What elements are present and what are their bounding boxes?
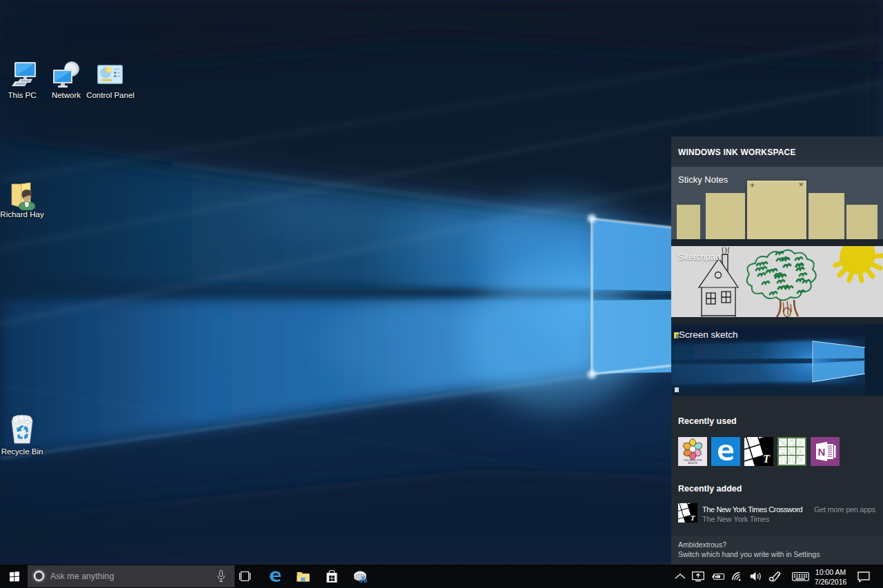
svg-text:T: T [691,514,696,522]
svg-text:8: 8 [791,439,793,442]
svg-text:N: N [818,446,826,458]
svg-text:8: 8 [785,462,786,464]
svg-text:3: 3 [782,442,784,445]
svg-text:5: 5 [797,447,798,450]
svg-text:5: 5 [785,445,786,447]
svg-text:4: 4 [797,456,798,458]
svg-text:2: 2 [780,447,781,450]
svg-text:7: 7 [788,450,789,453]
svg-text:9: 9 [782,453,784,456]
svg-text:7: 7 [800,459,801,462]
svg-text:1: 1 [800,442,801,445]
svg-text:9: 9 [780,456,781,458]
svg-text:6: 6 [780,439,781,442]
svg-text:6: 6 [791,453,793,456]
svg-text:2: 2 [794,445,795,447]
svg-text:4: 4 [800,450,801,453]
svg-text:ADULTS: ADULTS [688,462,697,465]
svg-text:1: 1 [788,459,789,462]
svg-text:3: 3 [794,462,795,464]
svg-text:T: T [763,453,771,465]
